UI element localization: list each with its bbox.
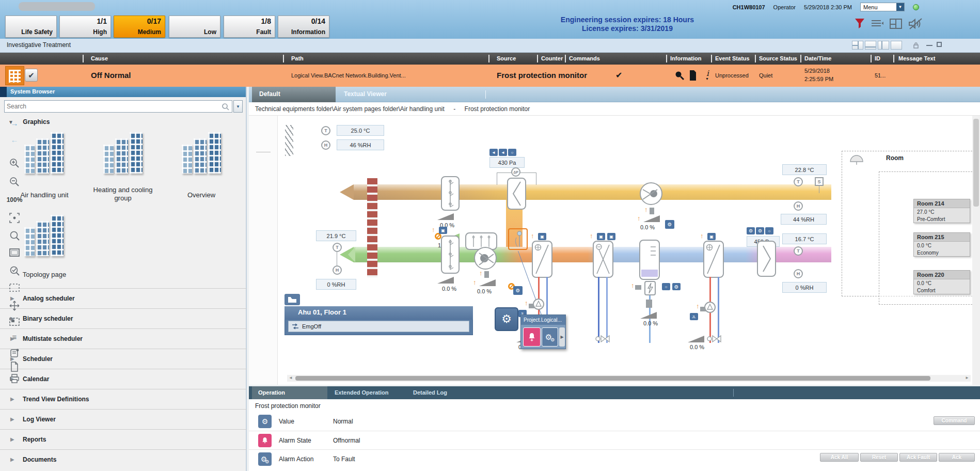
humidifier-value[interactable]: 0.0 % bbox=[643, 320, 658, 326]
layout-preset-3-button[interactable] bbox=[878, 41, 889, 50]
gear-chip-icon[interactable]: ⚙ bbox=[513, 286, 523, 295]
ahu-settings-button[interactable]: ⚙ bbox=[495, 307, 518, 331]
export-document-icon[interactable] bbox=[0, 362, 29, 372]
function-chip-icon[interactable]: ▣ bbox=[439, 227, 447, 234]
pump-icon[interactable] bbox=[533, 299, 544, 310]
filter-icon[interactable] bbox=[854, 18, 865, 30]
commands-gear-button[interactable]: ⚙⚙ bbox=[542, 327, 558, 347]
zoom-out-icon[interactable] bbox=[0, 177, 29, 187]
system-browser-header[interactable]: System Browser bbox=[0, 87, 246, 97]
frost-protection-monitor-icon[interactable] bbox=[508, 228, 528, 250]
search-input[interactable] bbox=[7, 102, 215, 111]
alarm-button-medium[interactable]: 0/17 Medium bbox=[114, 15, 165, 38]
tab-default[interactable]: Default bbox=[252, 87, 336, 102]
command-button[interactable]: Command bbox=[934, 416, 975, 425]
print-icon[interactable] bbox=[0, 374, 29, 383]
sidebar-item-analog-scheduler[interactable]: ▶ Analog scheduler bbox=[0, 288, 247, 308]
scrollbar-thumb[interactable] bbox=[973, 119, 979, 207]
scrollbar-thumb[interactable] bbox=[295, 376, 930, 381]
selection-rectangle-icon[interactable] bbox=[0, 248, 29, 257]
column-source-status[interactable]: Source Status bbox=[759, 55, 797, 61]
three-way-valve-icon[interactable] bbox=[706, 335, 722, 343]
ack-fault-button[interactable]: Ack Fault bbox=[899, 453, 937, 462]
extract-fan-value[interactable]: 0.0 % bbox=[640, 224, 655, 230]
sidebar-item-multistate-scheduler[interactable]: ▶ Multistate scheduler bbox=[0, 328, 247, 349]
alarm-button-life-safety[interactable]: Life Safety bbox=[5, 15, 57, 38]
temp-sensor-icon[interactable]: T bbox=[794, 246, 803, 256]
property-row-alarm-state[interactable]: Alarm State Offnormal bbox=[249, 431, 980, 449]
ack-check-badge[interactable]: ✔ bbox=[25, 69, 38, 82]
extract-temp-value[interactable]: 22.8 °C bbox=[782, 164, 827, 175]
sidebar-item-binary-scheduler[interactable]: ▶ Binary scheduler bbox=[0, 308, 247, 328]
alarm-bell-button[interactable] bbox=[523, 327, 541, 347]
humidity-sensor-icon[interactable]: H bbox=[794, 201, 803, 211]
dp-sensor-icon[interactable]: ΔP bbox=[511, 167, 520, 177]
zoom-level-indicator[interactable]: 100% bbox=[0, 196, 29, 203]
preheater-coil-icon[interactable] bbox=[532, 241, 552, 278]
menu-dropdown[interactable]: Menu ▼ bbox=[860, 3, 905, 11]
supply-flap-icon[interactable] bbox=[757, 241, 776, 277]
room-card-214[interactable]: Room 214 27.0 °C Pre-Comfort bbox=[913, 199, 970, 223]
fan-status-chip[interactable]: ◄ bbox=[499, 149, 507, 156]
extract-flap-icon[interactable] bbox=[507, 178, 526, 210]
layout-preset-4-button[interactable] bbox=[891, 41, 902, 50]
scroll-right-arrow[interactable]: ► bbox=[965, 375, 969, 380]
sidebar-item-log-viewer[interactable]: ▶ Log Viewer bbox=[0, 409, 247, 429]
find-in-graphic-icon[interactable] bbox=[0, 230, 29, 241]
jl-chip-icon[interactable]: JL bbox=[690, 313, 698, 320]
supply-fan-value[interactable]: 0.0 % bbox=[477, 288, 492, 294]
room-card-220[interactable]: Room 220 0.0 °C Comfort bbox=[913, 270, 970, 294]
layers-menu-icon[interactable]: ≡ bbox=[0, 333, 29, 341]
supply-rh-value[interactable]: 0 %RH bbox=[782, 282, 827, 293]
alarm-button-fault[interactable]: 1/8 Fault bbox=[224, 15, 275, 38]
nav-forward-icon[interactable]: → bbox=[0, 119, 29, 128]
tile-air-handling-unit[interactable] bbox=[24, 132, 64, 176]
tab-detailed-log[interactable]: Detailed Log bbox=[407, 386, 474, 399]
sidebar-item-calendar[interactable]: ▶ Calendar bbox=[0, 369, 247, 389]
diagram-horizontal-scrollbar[interactable]: ◄ ► bbox=[287, 375, 971, 382]
property-row-value[interactable]: ⚙ Value Normal Command bbox=[249, 412, 980, 431]
tab-extended-operation[interactable]: Extended Operation bbox=[328, 386, 406, 399]
sidebar-item-reports[interactable]: ▶ Reports bbox=[0, 429, 247, 449]
layout-preset-2-button[interactable] bbox=[865, 41, 876, 50]
column-path[interactable]: Path bbox=[291, 55, 304, 61]
breadcrumb-target[interactable]: Frost protection monitor bbox=[465, 105, 530, 113]
pan-tool-icon[interactable] bbox=[0, 301, 29, 311]
restore-button[interactable] bbox=[937, 42, 942, 47]
reheater-coil-icon[interactable] bbox=[703, 241, 724, 278]
dashed-region-icon[interactable] bbox=[0, 283, 29, 292]
command-check-icon[interactable]: ✔ bbox=[615, 70, 622, 80]
viewport-indicator-icon[interactable] bbox=[0, 317, 29, 326]
nav-back-icon[interactable]: ← bbox=[0, 135, 29, 144]
tile-topology-page[interactable] bbox=[24, 215, 64, 258]
info-caret-icon[interactable]: ▼ bbox=[705, 77, 709, 81]
diagram-vertical-scrollbar[interactable] bbox=[972, 116, 980, 385]
outside-temp-value[interactable]: 25.0 °C bbox=[337, 125, 384, 136]
minimize-button[interactable] bbox=[926, 45, 932, 46]
setpoint-chip-icon[interactable]: S bbox=[815, 177, 824, 186]
fan-status-chip[interactable]: ◄ bbox=[489, 149, 498, 156]
function-chip-icon[interactable]: ▣ bbox=[597, 233, 605, 240]
humidifier-icon[interactable] bbox=[639, 240, 660, 280]
mute-speaker-icon[interactable] bbox=[908, 18, 923, 30]
column-information[interactable]: Information bbox=[670, 55, 702, 61]
tile-label-overview[interactable]: Overview bbox=[168, 191, 235, 199]
pump-icon[interactable] bbox=[704, 302, 716, 313]
tile-heating-cooling-group[interactable] bbox=[103, 132, 143, 176]
function-chip-icon[interactable]: ▣ bbox=[707, 233, 716, 240]
three-way-valve-icon[interactable] bbox=[595, 335, 610, 343]
function-chip-icon[interactable]: ▣ bbox=[538, 233, 546, 240]
power-chip[interactable]: ○ bbox=[765, 227, 773, 234]
gear-chip-icon[interactable]: ⚙ bbox=[665, 220, 674, 229]
heat-exchanger-icon[interactable] bbox=[593, 241, 613, 278]
temp-sensor-icon[interactable]: T bbox=[333, 243, 342, 252]
gear-chip-icon[interactable]: ⚙ bbox=[747, 227, 755, 234]
column-date-time[interactable]: Date/Time bbox=[804, 55, 831, 61]
temp-sensor-icon[interactable]: T bbox=[321, 126, 330, 135]
tab-operation[interactable]: Operation bbox=[252, 386, 327, 399]
ack-button[interactable]: Ack bbox=[939, 453, 975, 462]
zoom-in-icon[interactable] bbox=[0, 158, 29, 168]
column-source[interactable]: Source bbox=[497, 55, 516, 61]
property-row-alarm-action[interactable]: ⚙⚙ Alarm Action To Fault Ack All Reset A… bbox=[249, 449, 980, 468]
exhaust-damper-icon[interactable] bbox=[441, 176, 460, 211]
